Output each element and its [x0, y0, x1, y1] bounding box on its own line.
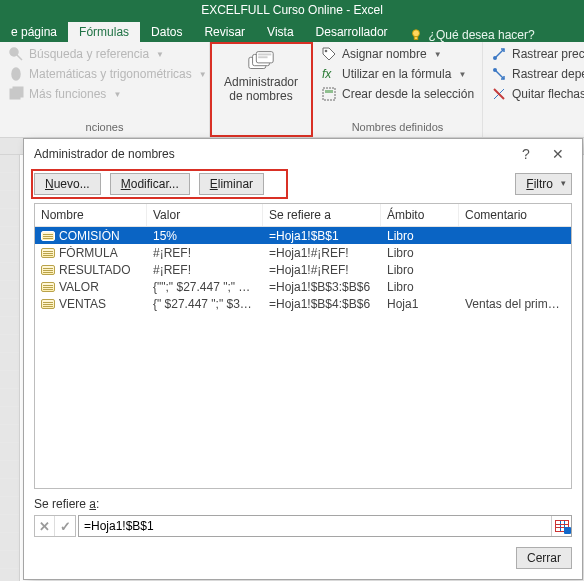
name-manager-icon: [246, 49, 276, 73]
use-in-formula-button[interactable]: fx Utilizar en la fórmula▼: [319, 65, 476, 83]
tab-review[interactable]: Revisar: [193, 22, 256, 42]
math-trig-button[interactable]: Matemáticas y trigonométricas▼: [6, 65, 203, 83]
table-row[interactable]: COMISIÓN15%=Hoja1!$B$1Libro: [35, 227, 571, 244]
chevron-down-icon: ▼: [199, 70, 207, 79]
cancel-edit-button[interactable]: ✕: [35, 516, 55, 536]
svg-rect-16: [325, 90, 333, 93]
theta-icon: [8, 66, 24, 82]
svg-rect-15: [323, 88, 335, 100]
chevron-down-icon: ▼: [156, 50, 164, 59]
trace-precedents-button[interactable]: Rastrear precedente: [489, 45, 584, 63]
table-row[interactable]: VENTAS{" $27.447 ";" $37.86...=Hoja1!$B$…: [35, 295, 571, 312]
range-picker-icon: [555, 520, 569, 532]
tab-developer[interactable]: Desarrollador: [305, 22, 399, 42]
svg-point-13: [325, 50, 328, 53]
svg-line-3: [17, 55, 22, 60]
name-tag-icon: [41, 231, 55, 241]
create-from-selection-button[interactable]: Crear desde la selección: [319, 85, 476, 103]
ribbon-group-defined-names: Asignar nombre▼ fx Utilizar en la fórmul…: [313, 42, 483, 137]
lookup-icon: [8, 46, 24, 62]
col-value[interactable]: Valor: [147, 204, 263, 226]
ribbon: Búsqueda y referencia▼ Matemáticas y tri…: [0, 42, 584, 138]
ribbon-group-name-manager: Administrador de nombres: [210, 42, 313, 137]
table-row[interactable]: FÓRMULA#¡REF!=Hoja1!#¡REF!Libro: [35, 244, 571, 261]
functions-group-label: nciones: [6, 120, 203, 136]
selection-icon: [321, 86, 337, 102]
name-tag-icon: [41, 265, 55, 275]
more-functions-button[interactable]: Más funciones▼: [6, 85, 203, 103]
titlebar: EXCELFULL Curso Online - Excel: [0, 0, 584, 20]
delete-button[interactable]: Eliminar: [199, 173, 264, 195]
ribbon-tabs: e página Fórmulas Datos Revisar Vista De…: [0, 20, 584, 42]
chevron-down-icon: ▼: [113, 90, 121, 99]
row-headers: [0, 155, 20, 581]
name-manager-dialog: Administrador de nombres ? ✕ NNuevo...ue…: [23, 138, 583, 580]
modify-button[interactable]: Modificar...: [110, 173, 190, 195]
refers-confirm-cancel: ✕ ✓: [34, 515, 76, 537]
col-scope[interactable]: Ámbito: [381, 204, 459, 226]
close-dialog-button[interactable]: Cerrar: [516, 547, 572, 569]
svg-text:fx: fx: [322, 67, 332, 81]
name-tag-icon: [41, 248, 55, 258]
svg-point-0: [412, 30, 419, 37]
tab-formulas[interactable]: Fórmulas: [68, 22, 140, 42]
grid-header: Nombre Valor Se refiere a Ámbito Comenta…: [35, 204, 571, 227]
trace-dependents-icon: [491, 66, 507, 82]
refers-to-section: Se refiere a: ✕ ✓: [24, 489, 582, 539]
tab-data[interactable]: Datos: [140, 22, 193, 42]
range-picker-button[interactable]: [551, 516, 571, 536]
name-manager-button[interactable]: Administrador de nombres: [216, 45, 306, 104]
fx-icon: fx: [321, 66, 337, 82]
tab-view[interactable]: Vista: [256, 22, 304, 42]
refers-to-input-wrapper: [78, 515, 572, 537]
trace-precedents-icon: [491, 46, 507, 62]
svg-rect-11: [258, 54, 271, 56]
tag-icon: [321, 46, 337, 62]
svg-rect-12: [258, 56, 267, 58]
svg-rect-7: [13, 87, 23, 97]
col-refers[interactable]: Se refiere a: [263, 204, 381, 226]
remove-arrows-icon: [491, 86, 507, 102]
confirm-edit-button[interactable]: ✓: [55, 516, 75, 536]
refers-to-input[interactable]: [79, 516, 551, 536]
dialog-titlebar: Administrador de nombres ? ✕: [24, 139, 582, 169]
names-grid: Nombre Valor Se refiere a Ámbito Comenta…: [34, 203, 572, 489]
filter-button[interactable]: Filtro: [515, 173, 572, 195]
close-button[interactable]: ✕: [542, 141, 574, 167]
table-row[interactable]: VALOR{"";" $27.447 ";" $37...=Hoja1!$B$3…: [35, 278, 571, 295]
ribbon-group-functions: Búsqueda y referencia▼ Matemáticas y tri…: [0, 42, 210, 137]
tell-me[interactable]: ¿Qué desea hacer?: [409, 28, 535, 42]
app-title: EXCELFULL Curso Online - Excel: [201, 3, 383, 17]
table-row[interactable]: RESULTADO#¡REF!=Hoja1!#¡REF!Libro: [35, 261, 571, 278]
defined-names-group-label: Nombres definidos: [319, 120, 476, 136]
name-tag-icon: [41, 282, 55, 292]
grid-rows[interactable]: COMISIÓN15%=Hoja1!$B$1LibroFÓRMULA#¡REF!…: [35, 227, 571, 488]
name-tag-icon: [41, 299, 55, 309]
remove-arrows-button[interactable]: Quitar flechas▼: [489, 85, 584, 103]
lookup-reference-button[interactable]: Búsqueda y referencia▼: [6, 45, 203, 63]
ribbon-group-audit: Rastrear precedente Rastrear dependient …: [483, 42, 584, 137]
more-icon: [8, 86, 24, 102]
trace-dependents-button[interactable]: Rastrear dependient: [489, 65, 584, 83]
chevron-down-icon: ▼: [434, 50, 442, 59]
dialog-toolbar: NNuevo...uevo... Modificar... Eliminar F…: [24, 169, 582, 203]
chevron-down-icon: ▼: [458, 70, 466, 79]
bulb-icon: [409, 28, 423, 42]
col-comment[interactable]: Comentario: [459, 204, 571, 226]
assign-name-button[interactable]: Asignar nombre▼: [319, 45, 476, 63]
svg-point-2: [10, 48, 18, 56]
dialog-footer: Cerrar: [24, 539, 582, 579]
new-button[interactable]: NNuevo...uevo...: [34, 173, 101, 195]
refers-to-label: Se refiere a:: [34, 497, 572, 511]
col-name[interactable]: Nombre: [35, 204, 147, 226]
help-button[interactable]: ?: [510, 141, 542, 167]
dialog-title: Administrador de nombres: [34, 147, 175, 161]
tab-page-layout[interactable]: e página: [0, 22, 68, 42]
svg-rect-1: [414, 37, 418, 40]
tell-me-placeholder: ¿Qué desea hacer?: [429, 28, 535, 42]
